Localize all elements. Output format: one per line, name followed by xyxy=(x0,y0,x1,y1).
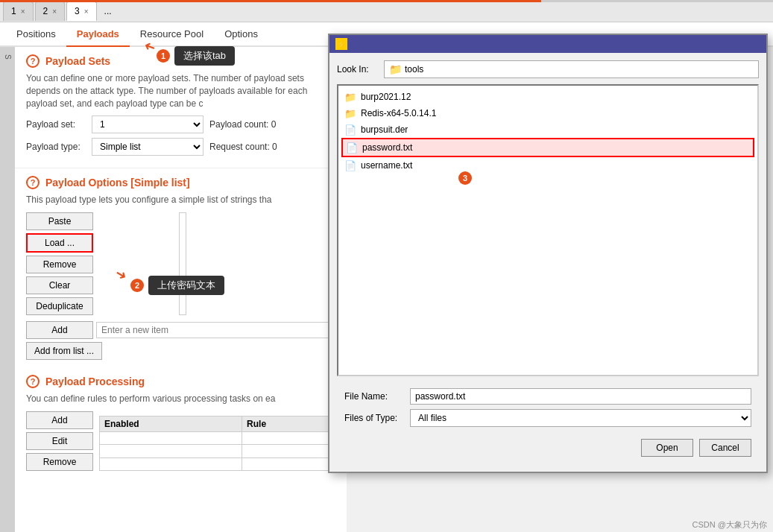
add-row: Add xyxy=(26,321,335,339)
file-name-label: File Name: xyxy=(344,391,404,402)
tab-1[interactable]: 1 × xyxy=(3,1,34,21)
watermark: CSDN @大象只为你 xyxy=(687,518,773,532)
payload-type-row: Payload type: Simple list Request count:… xyxy=(26,138,335,156)
request-count: Request count: 0 xyxy=(209,142,277,152)
payload-options-title: Payload Options [Simple list] xyxy=(45,177,190,189)
dialog-app-icon: ⚡ xyxy=(335,38,347,50)
callout-3-group: 3 xyxy=(458,171,472,185)
files-of-type-select[interactable]: All files xyxy=(410,409,751,427)
payload-set-label: Payload set: xyxy=(26,119,86,130)
payload-processing-icon: ? xyxy=(26,375,40,388)
file-name: burpsuit.der xyxy=(361,124,408,135)
file-name: burp2021.12 xyxy=(361,92,411,102)
payload-sets-desc: You can define one or more payload sets.… xyxy=(26,72,335,110)
payload-options-header: ? Payload Options [Simple list] xyxy=(26,176,335,189)
file-name: Redis-x64-5.0.14.1 xyxy=(361,108,436,118)
badge-3: 3 xyxy=(458,171,472,185)
payload-count: Payload count: 0 xyxy=(209,119,276,130)
file-item-redis[interactable]: 📁 Redis-x64-5.0.14.1 xyxy=(341,105,754,121)
processing-table: Enabled Rule xyxy=(99,416,335,471)
files-of-type-row: Files of Type: All files xyxy=(344,409,751,427)
dialog-footer: File Name: Files of Type: All files xyxy=(337,382,759,433)
dialog-title-bar: ⚡ xyxy=(329,35,766,53)
tab-more[interactable]: ... xyxy=(98,3,118,19)
payload-options-desc: This payload type lets you configure a s… xyxy=(26,194,335,206)
processing-remove-button[interactable]: Remove xyxy=(26,453,93,471)
file-name: password.txt xyxy=(362,142,412,153)
table-row xyxy=(100,445,335,457)
add-from-list-button[interactable]: Add from list ... xyxy=(26,342,102,360)
processing-body: Add Edit Remove Enabled Rule xyxy=(26,411,335,471)
tab-options[interactable]: Options xyxy=(214,22,268,47)
payload-processing-header: ? Payload Processing xyxy=(26,375,335,388)
payload-processing-title: Payload Processing xyxy=(45,376,145,387)
add-from-list-row: Add from list ... xyxy=(26,342,335,360)
payload-list-area xyxy=(179,212,186,315)
look-in-label: Look In: xyxy=(337,64,378,75)
table-row xyxy=(100,431,335,444)
payload-btn-group: Paste Load ... Remove Clear Deduplicate xyxy=(26,212,93,315)
file-list[interactable]: 📁 burp2021.12 📁 Redis-x64-5.0.14.1 📄 bur… xyxy=(337,84,759,376)
tab-resource-pool[interactable]: Resource Pool xyxy=(130,22,214,47)
side-strip: S xyxy=(0,47,15,532)
look-in-row: Look In: 📁 tools xyxy=(337,60,759,78)
file-icon: 📄 xyxy=(344,159,356,171)
payload-type-select[interactable]: Simple list xyxy=(92,138,203,156)
look-in-value: tools xyxy=(405,64,423,75)
add-button[interactable]: Add xyxy=(26,321,93,339)
processing-add-button[interactable]: Add xyxy=(26,411,93,429)
tab-2[interactable]: 2 × xyxy=(35,1,66,21)
badge-2: 2 xyxy=(130,279,144,292)
col-rule: Rule xyxy=(242,416,335,431)
tab-bar: 1 × 2 × 3 × ... xyxy=(0,0,773,22)
tab-1-close[interactable]: × xyxy=(21,7,25,16)
processing-edit-button[interactable]: Edit xyxy=(26,432,93,450)
dialog-buttons: Open Cancel xyxy=(337,439,759,464)
folder-icon: 📁 xyxy=(389,63,402,75)
payload-set-select[interactable]: 1 xyxy=(92,115,203,133)
folder-icon: 📁 xyxy=(344,107,356,119)
payload-options-section: ? Payload Options [Simple list] This pay… xyxy=(15,168,347,367)
tab-3-close[interactable]: × xyxy=(84,7,89,16)
tab-3[interactable]: 3 × xyxy=(66,1,97,21)
options-body: Paste Load ... Remove Clear Deduplicate xyxy=(26,212,335,315)
file-item-burpsuit[interactable]: 📄 burpsuit.der xyxy=(341,121,754,138)
paste-button[interactable]: Paste xyxy=(26,212,93,230)
file-item-burp2021[interactable]: 📁 burp2021.12 xyxy=(341,89,754,105)
dialog-open-button[interactable]: Open xyxy=(641,439,693,457)
callout-2-group: 2 上传密码文本 xyxy=(130,276,224,295)
progress-bar xyxy=(0,0,773,2)
files-of-type-label: Files of Type: xyxy=(344,413,404,423)
deduplicate-button[interactable]: Deduplicate xyxy=(26,297,93,315)
dialog-cancel-button[interactable]: Cancel xyxy=(699,439,751,457)
load-button[interactable]: Load ... xyxy=(26,233,93,253)
callout-2-text: 上传密码文本 xyxy=(148,276,224,295)
tab-2-close[interactable]: × xyxy=(52,7,57,16)
look-in-box[interactable]: 📁 tools xyxy=(384,60,759,78)
file-name: username.txt xyxy=(361,160,412,171)
file-dialog: ⚡ Look In: 📁 tools 📁 burp2021.12 📁 xyxy=(328,34,768,473)
add-item-input[interactable] xyxy=(96,322,335,338)
payload-processing-desc: You can define rules to perform various … xyxy=(26,393,335,405)
file-icon: 📄 xyxy=(346,142,358,153)
file-item-password[interactable]: 📄 password.txt xyxy=(341,138,754,157)
callout-1-text: 选择该tab xyxy=(174,46,235,66)
clear-button[interactable]: Clear xyxy=(26,276,93,294)
tab-positions[interactable]: Positions xyxy=(6,22,66,47)
file-name-input[interactable] xyxy=(410,388,751,405)
payload-processing-section: ? Payload Processing You can define rule… xyxy=(15,367,347,478)
payload-sets-title: Payload Sets xyxy=(45,55,110,67)
remove-button[interactable]: Remove xyxy=(26,256,93,273)
col-enabled: Enabled xyxy=(100,416,242,431)
payload-options-icon: ? xyxy=(26,176,40,189)
file-icon: 📄 xyxy=(344,124,356,136)
file-name-row: File Name: xyxy=(344,388,751,405)
file-item-username[interactable]: 📄 username.txt xyxy=(341,157,754,174)
tab-payloads[interactable]: Payloads xyxy=(66,22,130,47)
table-row xyxy=(100,457,335,470)
payload-type-label: Payload type: xyxy=(26,142,86,152)
payload-sets-icon: ? xyxy=(26,54,40,68)
dialog-body: Look In: 📁 tools 📁 burp2021.12 📁 Redis-x… xyxy=(329,53,766,472)
callout-1-group: 1 选择该tab xyxy=(157,46,235,66)
processing-btn-group: Add Edit Remove xyxy=(26,411,93,471)
